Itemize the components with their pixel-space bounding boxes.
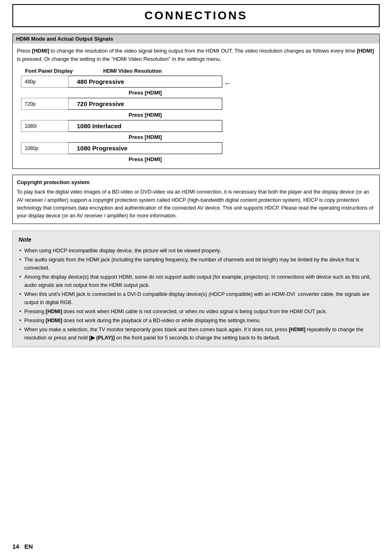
col-headers: Font Panel Display HDMI Video Resolution bbox=[21, 68, 371, 74]
hdmi-bold-2: [HDMI] bbox=[357, 48, 374, 54]
res-entry-1080p: 1080p 1080 Progressive Press [HDMI] bbox=[21, 142, 222, 164]
note-item-4: When this unit's HDMI jack is connected … bbox=[18, 290, 374, 307]
col-header-resolution: HDMI Video Resolution bbox=[91, 68, 371, 74]
note-item-3: Among the display device(s) that support… bbox=[18, 273, 374, 289]
hdmi-intro-text: Press [HDMI] to change the resolution of… bbox=[13, 47, 379, 63]
press-label-4: Press [HDMI] bbox=[21, 156, 222, 162]
note-item-6: Pressing [HDMI] does not work during the… bbox=[18, 316, 374, 325]
press-label-1: Press [HDMI] bbox=[21, 90, 222, 96]
res-main-row-720p: 720p 720 Progressive bbox=[21, 98, 222, 110]
note-item-2: The audio signals from the HDMI jack (in… bbox=[18, 256, 374, 272]
cycle-arrow-icon: ← bbox=[224, 79, 231, 88]
resolution-cell-1080i: 1080 Interlaced bbox=[68, 120, 222, 132]
page-wrapper: CONNECTIONS HDMI Mode and Actual Output … bbox=[0, 4, 392, 554]
note-bold-hdmi-6: [HDMI] bbox=[46, 318, 62, 323]
resolution-table: 480p 480 Progressive Press [HDMI] 720p 7… bbox=[21, 76, 222, 164]
page-title: CONNECTIONS bbox=[145, 9, 248, 22]
press-row-4: Press [HDMI] bbox=[21, 154, 222, 164]
note-item-1: When using HDCP-incompatible display dev… bbox=[18, 247, 374, 255]
page-footer: 14 EN bbox=[12, 543, 33, 550]
display-cell-1080p: 1080p bbox=[21, 142, 68, 154]
note-item-7: When you make a selection, the TV monito… bbox=[18, 325, 374, 342]
press-label-2: Press [HDMI] bbox=[21, 112, 222, 118]
col-header-display: Font Panel Display bbox=[25, 68, 91, 74]
note-title: Note bbox=[18, 235, 374, 244]
page-lang: EN bbox=[24, 543, 33, 550]
page-title-box: CONNECTIONS bbox=[12, 4, 380, 27]
copyright-section: Copyright protection system To play back… bbox=[12, 175, 380, 224]
copyright-text: To play back the digital video images of… bbox=[17, 188, 375, 220]
press-row-2: Press [HDMI] bbox=[21, 110, 222, 120]
press-label-3: Press [HDMI] bbox=[21, 134, 222, 140]
note-bold-play-7: [▶ (PLAY)] bbox=[89, 335, 115, 341]
resolution-cell-480p: 480 Progressive bbox=[68, 76, 222, 88]
hdmi-section: HDMI Mode and Actual Output Signals Pres… bbox=[12, 34, 380, 169]
page-number: 14 bbox=[12, 543, 19, 550]
hdmi-section-title: HDMI Mode and Actual Output Signals bbox=[13, 34, 379, 44]
display-cell-720p: 720p bbox=[21, 98, 68, 110]
res-entry-720p: 720p 720 Progressive Press [HDMI] bbox=[21, 98, 222, 120]
res-main-row-1080i: 1080i 1080 Interlaced bbox=[21, 120, 222, 132]
note-section: Note When using HDCP-incompatible displa… bbox=[12, 231, 380, 347]
hdmi-bold-1: [HDMI] bbox=[32, 48, 49, 54]
copyright-title: Copyright protection system bbox=[17, 178, 375, 187]
res-entry-1080i: 1080i 1080 Interlaced Press [HDMI] bbox=[21, 120, 222, 142]
note-item-5: Pressing [HDMI] does not work when HDMI … bbox=[18, 307, 374, 316]
press-row-3: Press [HDMI] bbox=[21, 132, 222, 142]
display-cell-480p: 480p bbox=[21, 76, 68, 88]
res-entry-480p: 480p 480 Progressive Press [HDMI] bbox=[21, 76, 222, 98]
res-main-row-480p: 480p 480 Progressive bbox=[21, 76, 222, 88]
note-bold-hdmi-7: [HDMI] bbox=[289, 327, 305, 332]
press-row-1: Press [HDMI] bbox=[21, 88, 222, 98]
resolution-cell-1080p: 1080 Progressive bbox=[68, 142, 222, 154]
note-bold-hdmi-5: [HDMI] bbox=[46, 309, 62, 314]
resolution-table-area: Font Panel Display HDMI Video Resolution… bbox=[13, 68, 379, 164]
note-list: When using HDCP-incompatible display dev… bbox=[18, 247, 374, 342]
display-cell-1080i: 1080i bbox=[21, 120, 68, 132]
res-main-row-1080p: 1080p 1080 Progressive bbox=[21, 142, 222, 154]
resolution-cell-720p: 720 Progressive bbox=[68, 98, 222, 110]
